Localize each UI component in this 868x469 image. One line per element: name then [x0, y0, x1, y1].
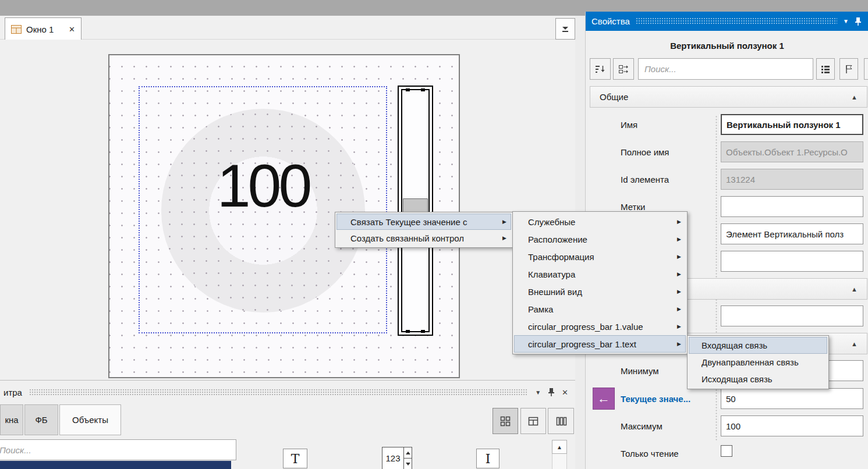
description-field[interactable]: Элемент Вертикальный полз: [721, 223, 863, 244]
tab-function-blocks[interactable]: ФБ: [24, 404, 58, 435]
columns-view-icon: [555, 415, 568, 428]
section-label: Общие: [600, 92, 628, 102]
sort-alphabetical-button[interactable]: [590, 58, 611, 80]
submenu-arrow-icon: ▶: [677, 236, 681, 242]
numeric-glyph: 123: [382, 447, 403, 469]
dock-collapse-button[interactable]: [555, 18, 575, 40]
submenu-arrow-icon: ▶: [677, 254, 681, 260]
properties-panel-header[interactable]: Свойства ▼: [586, 12, 868, 31]
menu-item-label: Входящая связь: [702, 340, 767, 350]
submenu-arrow-icon: ▶: [502, 235, 506, 241]
maximum-field[interactable]: 100: [721, 415, 863, 436]
name-label: Имя: [621, 114, 718, 135]
grid-view-button[interactable]: [493, 408, 518, 434]
collapse-icon: ▲: [851, 286, 858, 293]
close-icon[interactable]: ✕: [69, 25, 75, 34]
bottom-navy-strip: [0, 461, 231, 469]
menu-item-keyboard[interactable]: Клавиатура ▶: [514, 265, 686, 283]
binding-type-menu: Входящая связь Двунаправленная связь Исх…: [687, 335, 829, 389]
empty-field-2[interactable]: [721, 305, 863, 326]
section-general-header[interactable]: Общие ▲: [590, 86, 867, 108]
list-view-button[interactable]: [816, 58, 835, 80]
current-value-label: Текущее значе...: [621, 388, 718, 410]
palette-item-numeric-updown[interactable]: 123: [382, 447, 412, 469]
menu-item-progressbar-value[interactable]: circular_progress_bar 1.value ▶: [514, 318, 686, 335]
header-grip-texture: [636, 17, 837, 25]
group-icon: [618, 63, 629, 75]
menu-item-bidirectional-binding[interactable]: Двунаправленная связь: [689, 354, 827, 371]
menu-item-service[interactable]: Служебные ▶: [514, 213, 686, 230]
menu-item-label: circular_progress_bar 1.value: [528, 322, 643, 332]
menu-item-label: Служебные: [528, 217, 575, 227]
tab-windows[interactable]: кна: [0, 404, 23, 435]
slider-notch: [421, 330, 425, 333]
full-name-field: Объекты.Объект 1.Ресурсы.О: [721, 141, 863, 162]
properties-search-input[interactable]: [638, 58, 813, 80]
menu-item-label: Внешний вид: [528, 287, 582, 297]
table-view-icon: [527, 415, 540, 428]
tab-window-1[interactable]: Окно 1 ✕: [5, 17, 82, 40]
app-root: Окно 1 ✕ 100 Связать Текущее значение с …: [0, 0, 868, 469]
menu-item-create-linked-control[interactable]: Создать связанный контрол ▶: [336, 230, 511, 246]
dropdown-icon[interactable]: ▼: [843, 18, 849, 24]
menu-item-incoming-binding[interactable]: Входящая связь: [689, 337, 827, 354]
vertical-slider-widget[interactable]: [398, 86, 433, 336]
scrollbar-up-button[interactable]: ▲: [552, 440, 567, 454]
spinner: [403, 447, 412, 469]
sort-az-icon: [594, 63, 606, 75]
element-id-field: 131224: [721, 169, 863, 190]
clipped-toolbar-button[interactable]: [864, 58, 868, 80]
menu-item-location[interactable]: Расположение ▶: [514, 230, 686, 248]
close-icon[interactable]: ✕: [562, 388, 568, 397]
current-value-field[interactable]: 50: [721, 388, 863, 409]
menu-item-transformation[interactable]: Трансформация ▶: [514, 248, 686, 265]
palette-panel-header[interactable]: итра ▼ ✕: [0, 381, 575, 404]
menu-item-outgoing-binding[interactable]: Исходящая связь: [689, 371, 827, 388]
slider-notch: [406, 88, 410, 91]
menu-item-frame[interactable]: Рамка ▶: [514, 300, 686, 318]
selected-object-title: Вертикальный ползунок 1: [586, 36, 868, 55]
palette-item-textbox[interactable]: I: [476, 449, 499, 468]
spin-down-icon: [404, 458, 412, 469]
submenu-arrow-icon: ▶: [677, 324, 681, 329]
menu-item-label: Исходящая связь: [702, 374, 773, 384]
selection-rectangle: [139, 86, 387, 333]
dropdown-icon[interactable]: ▼: [535, 389, 541, 396]
menu-item-progressbar-text[interactable]: circular_progress_bar 1.text ▶: [514, 335, 686, 353]
list-view-icon: [820, 63, 831, 75]
menu-item-label: Создать связанный контрол: [350, 233, 464, 243]
scrollbar-track[interactable]: [552, 454, 567, 469]
binding-indicator-icon[interactable]: ←: [593, 388, 615, 410]
palette-item-label[interactable]: T: [283, 449, 307, 468]
pin-icon[interactable]: [548, 388, 555, 397]
context-menu: Связать Текущее значение с ▶ Создать свя…: [335, 212, 513, 248]
empty-field[interactable]: [721, 251, 863, 272]
table-view-button[interactable]: [520, 408, 546, 434]
collapse-icon: ▲: [851, 94, 858, 101]
dock-down-icon: [561, 24, 570, 34]
menu-item-label: Клавиатура: [528, 269, 575, 279]
document-tab-bar: Окно 1 ✕: [0, 16, 575, 40]
spin-up-icon: [404, 447, 412, 458]
submenu-arrow-icon: ▶: [677, 306, 681, 312]
element-id-label: Id элемента: [621, 169, 718, 190]
columns-view-button[interactable]: [548, 408, 574, 434]
window-grid-icon: [11, 25, 22, 34]
menu-item-bind-current-value[interactable]: Связать Текущее значение с ▶: [336, 214, 511, 230]
flag-filter-button[interactable]: [839, 58, 858, 80]
menu-item-appearance[interactable]: Внешний вид ▶: [514, 283, 686, 300]
tab-objects[interactable]: Объекты: [59, 404, 121, 435]
palette-search-input[interactable]: [0, 439, 236, 460]
group-by-category-button[interactable]: [613, 58, 634, 80]
properties-panel-title: Свойства: [591, 16, 630, 26]
readonly-checkbox[interactable]: [721, 445, 732, 457]
grid-view-icon: [499, 415, 512, 428]
left-arrow-icon: ←: [597, 391, 610, 406]
tags-field[interactable]: [721, 196, 863, 217]
flag-icon: [843, 63, 855, 75]
name-field[interactable]: Вертикальный ползунок 1: [721, 114, 863, 135]
slider-notch: [406, 330, 410, 333]
label-glyph: T: [291, 452, 300, 466]
palette-panel-title: итра: [3, 388, 22, 397]
pin-icon[interactable]: [855, 17, 862, 26]
